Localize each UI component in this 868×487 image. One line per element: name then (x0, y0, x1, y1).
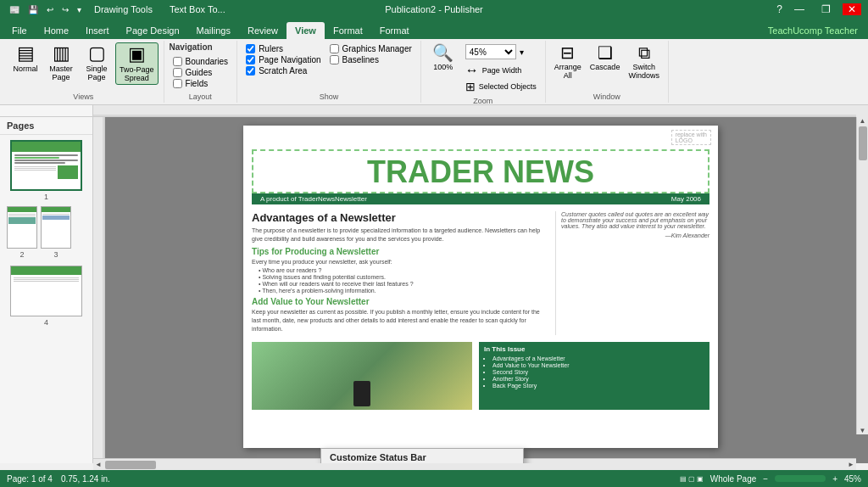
page-bottom: In This Issue Advantages of a Newsletter… (252, 342, 709, 410)
zoom-select[interactable]: 45%50%75%100% (465, 44, 516, 59)
zoom-expand-btn[interactable]: ▾ (520, 48, 524, 57)
btn-normal[interactable]: ▤ Normal (8, 42, 42, 75)
cascade-icon: ❑ (598, 44, 613, 61)
tab-view[interactable]: View (287, 22, 325, 39)
btn-100-percent[interactable]: 🔍 100% (426, 42, 460, 73)
check-page-nav[interactable]: Page Navigation (246, 55, 320, 64)
close-btn[interactable]: ✕ (843, 3, 861, 15)
normal-label: Normal (13, 64, 37, 73)
minimize-btn[interactable]: — (789, 3, 810, 15)
textbox-tab: Text Box To... (170, 4, 225, 14)
single-view-shortcut[interactable]: ▢ (688, 475, 695, 483)
quick-access-toolbar: 📰 💾 ↩ ↪ ▾ (7, 3, 84, 16)
show-checks-left: Rulers Page Navigation Scratch Area (242, 42, 324, 77)
status-zoom-plus[interactable]: + (832, 474, 837, 484)
scroll-left-btn[interactable]: ◄ (93, 461, 103, 468)
article-sidebar: Customer quotes called out quotes are an… (555, 211, 709, 335)
check-guides[interactable]: Guides (173, 68, 229, 77)
tab-format2[interactable]: Format (371, 22, 418, 39)
check-boundaries[interactable]: Boundaries (173, 57, 229, 66)
btn-two-page-spread[interactable]: ▣ Two-PageSpread (115, 42, 159, 85)
document-title: TRADER NEWS (252, 149, 709, 193)
two-page-view-shortcut[interactable]: ▣ (697, 475, 704, 483)
two-page-label: Two-PageSpread (120, 65, 154, 82)
tab-mailings[interactable]: Mailings (188, 22, 239, 39)
scroll-down-btn[interactable]: ▼ (858, 427, 868, 434)
help-btn[interactable]: ? (776, 3, 782, 15)
subtitle-bar: A product of TraderNewsNewsletter May 20… (252, 193, 709, 204)
check-fields[interactable]: Fields (173, 79, 229, 88)
check-baselines[interactable]: Baselines (330, 55, 412, 64)
status-zoom-minus[interactable]: − (763, 474, 768, 484)
window-group-label: Window (593, 92, 620, 101)
ribbon-group-views: ▤ Normal ▥ MasterPage ▢ SinglePage ▣ Two… (3, 41, 164, 103)
switch-windows-label: SwitchWindows (628, 63, 659, 80)
h-scroll-thumb[interactable] (105, 461, 156, 469)
ruler-corner-right (856, 105, 868, 117)
title-bar: 📰 💾 ↩ ↪ ▾ Drawing Tools Text Box To... P… (0, 0, 868, 19)
v-scroll-container: ▲ ▼ (857, 117, 868, 434)
check-rulers[interactable]: Rulers (246, 44, 320, 53)
zoom-content: 🔍 100% 45%50%75%100% ▾ ↔ Page Width ⊞ Se… (426, 42, 540, 95)
status-whole-page: Whole Page (710, 474, 756, 484)
page-thumb-3[interactable]: 3 (41, 206, 71, 259)
scroll-up-btn[interactable]: ▲ (858, 117, 868, 125)
btn-master-page[interactable]: ▥ MasterPage (44, 42, 78, 83)
scroll-right-btn[interactable]: ► (846, 461, 856, 468)
article-main: Advantages of a Newsletter The purpose o… (252, 211, 548, 335)
article-bullet-3: • When will our readers want to receive … (259, 281, 548, 287)
cascade-label: Cascade (590, 63, 620, 71)
canvas-area: replace with LOGO TRADER NEWS A product … (93, 117, 868, 463)
tab-format1[interactable]: Format (325, 22, 371, 39)
page-width-btn-row: ↔ Page Width (465, 63, 537, 78)
v-scroll-thumb[interactable] (859, 126, 867, 160)
issue-item-4: Another Story (492, 376, 704, 382)
selected-objects-row: ⊞ Selected Objects (465, 80, 537, 93)
ribbon-group-show: Rulers Page Navigation Scratch Area Grap… (237, 41, 421, 103)
ribbon-content: ▤ Normal ▥ MasterPage ▢ SinglePage ▣ Two… (0, 39, 868, 105)
main-area: Pages 1 (0, 117, 868, 463)
normal-view-shortcut[interactable]: ▤ (680, 475, 687, 483)
save-btn[interactable]: 💾 (25, 3, 41, 16)
page-thumb-4[interactable]: 4 (10, 266, 82, 327)
issue-item-2: Add Value to Your Newsletter (492, 362, 704, 368)
tab-home[interactable]: Home (36, 22, 77, 39)
page-width-label: Page Width (482, 66, 522, 75)
tab-page-design[interactable]: Page Design (118, 22, 188, 39)
status-zoom-slider[interactable] (775, 475, 826, 482)
page-bottom-image (252, 342, 472, 410)
page-thumb-2[interactable]: 2 (7, 206, 37, 259)
zoom-group-label: Zoom (473, 97, 492, 105)
article-heading-1: Advantages of a Newsletter (252, 211, 548, 224)
layout-checks: Boundaries Guides Fields (170, 55, 232, 90)
ruler-row (0, 105, 868, 117)
check-scratch[interactable]: Scratch Area (246, 66, 320, 76)
normal-icon: ▤ (17, 44, 35, 63)
page-thumb-inner-2 (7, 206, 37, 249)
tab-review[interactable]: Review (239, 22, 287, 39)
zoom-controls: 45%50%75%100% ▾ ↔ Page Width ⊞ Selected … (462, 42, 540, 95)
restore-btn[interactable]: ❐ (816, 3, 836, 15)
tab-insert[interactable]: Insert (77, 22, 118, 39)
status-bar: Page: 1 of 4 0.75, 1.24 in. ▤ ▢ ▣ Whole … (0, 470, 868, 487)
tab-file[interactable]: File (3, 22, 36, 39)
status-position: 0.75, 1.24 in. (61, 474, 110, 484)
btn-cascade[interactable]: ❑ Cascade (587, 42, 624, 73)
canvas-content: replace with LOGO TRADER NEWS A product … (105, 117, 856, 463)
ribbon-group-zoom: 🔍 100% 45%50%75%100% ▾ ↔ Page Width ⊞ Se… (421, 41, 546, 103)
layout-group-label: Layout (189, 92, 212, 101)
zoom-100-label: 100% (433, 63, 453, 71)
undo-btn[interactable]: ↩ (44, 3, 56, 16)
page-thumbs-row2: 2 3 (0, 206, 92, 259)
redo-btn[interactable]: ↪ (59, 3, 71, 16)
btn-single-page[interactable]: ▢ SinglePage (80, 42, 114, 83)
title-bar-controls: ? — ❐ ✕ (776, 3, 861, 15)
page-thumb-1[interactable]: 1 (10, 140, 82, 201)
btn-arrange-all[interactable]: ⊟ ArrangeAll (551, 42, 585, 81)
page-thumb-inner-1 (10, 140, 82, 191)
status-page-info: Page: 1 of 4 (7, 474, 53, 484)
check-graphics-mgr[interactable]: Graphics Manager (330, 44, 412, 53)
btn-switch-windows[interactable]: ⧉ SwitchWindows (625, 42, 663, 81)
customize-btn[interactable]: ▾ (75, 3, 84, 16)
layout-content: Navigation Boundaries Guides Fields (170, 42, 232, 91)
